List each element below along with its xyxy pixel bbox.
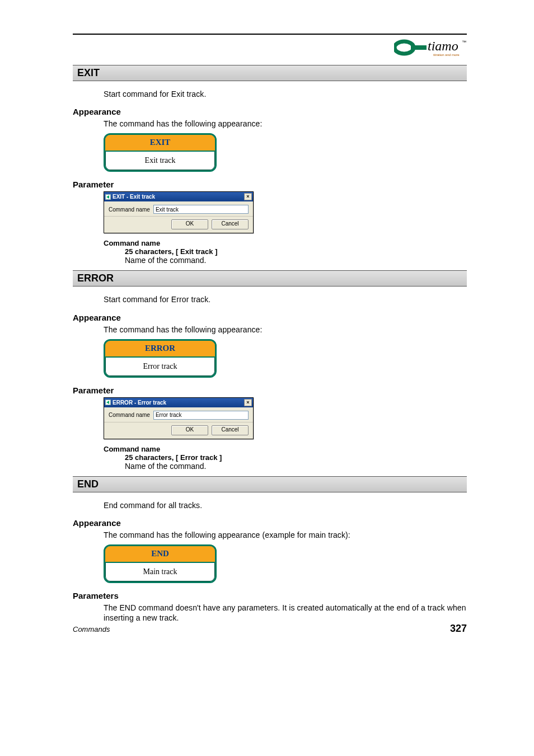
- error-widget-body: Error track: [105, 358, 215, 376]
- logo-brand-text: tiamo: [428, 39, 458, 53]
- exit-appearance-text: The command has the following appearance…: [104, 119, 467, 129]
- cancel-button[interactable]: Cancel: [212, 219, 249, 229]
- exit-param-name: Command name: [104, 239, 467, 247]
- svg-point-0: [395, 41, 414, 54]
- dialog-app-icon: [105, 400, 111, 405]
- exit-appearance-heading: Appearance: [73, 107, 467, 116]
- error-command-widget: ERROR Error track: [104, 339, 217, 378]
- error-appearance-text: The command has the following appearance…: [104, 325, 467, 335]
- exit-parameter-heading: Parameter: [73, 180, 467, 189]
- end-intro-text: End command for all tracks.: [104, 500, 467, 510]
- exit-widget-body: Exit track: [105, 152, 215, 170]
- close-icon[interactable]: ×: [244, 193, 252, 200]
- end-parameters-text: The END command doesn't have any paramet…: [104, 603, 467, 623]
- exit-param-block: Command name 25 characters, [ Exit track…: [104, 239, 467, 265]
- end-appearance-heading: Appearance: [73, 518, 467, 528]
- error-dialog-field-label: Command name: [109, 412, 150, 418]
- exit-dialog-field-label: Command name: [109, 206, 150, 213]
- exit-command-widget: EXIT Exit track: [104, 133, 217, 172]
- close-icon[interactable]: ×: [244, 399, 252, 406]
- exit-command-name-input[interactable]: [153, 205, 249, 214]
- svg-rect-1: [411, 45, 427, 50]
- error-dialog: ERROR - Error track × Command name OK Ca…: [104, 397, 254, 439]
- logo-tagline-text: titration and more: [433, 53, 460, 57]
- ok-button[interactable]: OK: [171, 425, 208, 435]
- error-dialog-title: ERROR - Error track: [113, 400, 166, 406]
- exit-param-desc: Name of the command.: [125, 256, 467, 265]
- exit-dialog-title: EXIT - Exit track: [113, 194, 155, 200]
- end-appearance-text: The command has the following appearance…: [104, 530, 467, 540]
- section-title-end: END: [73, 476, 467, 492]
- error-dialog-titlebar: ERROR - Error track ×: [104, 398, 253, 407]
- section-title-exit: EXIT: [73, 65, 467, 81]
- error-param-spec: 25 characters, [ Error track ]: [125, 453, 467, 462]
- logo-tm-text: ™: [462, 40, 466, 45]
- exit-param-spec: 25 characters, [ Exit track ]: [125, 247, 467, 256]
- ok-button[interactable]: OK: [171, 219, 208, 229]
- end-parameters-heading: Parameters: [73, 591, 467, 600]
- footer-left: Commands: [73, 625, 110, 633]
- exit-dialog: EXIT - Exit track × Command name OK Canc…: [104, 191, 254, 233]
- error-parameter-heading: Parameter: [73, 386, 467, 395]
- footer-page-number: 327: [450, 623, 467, 635]
- error-intro-text: Start command for Error track.: [104, 294, 467, 304]
- error-param-block: Command name 25 characters, [ Error trac…: [104, 445, 467, 471]
- end-widget-head: END: [105, 546, 215, 563]
- section-title-error: ERROR: [73, 270, 467, 287]
- error-param-name: Command name: [104, 445, 467, 453]
- error-appearance-heading: Appearance: [73, 313, 467, 322]
- dialog-app-icon: [105, 194, 111, 200]
- exit-intro-text: Start command for Exit track.: [104, 89, 467, 99]
- error-widget-head: ERROR: [105, 341, 215, 358]
- cancel-button[interactable]: Cancel: [212, 425, 249, 435]
- page-footer: Commands 327: [73, 623, 467, 635]
- end-command-widget: END Main track: [104, 544, 217, 583]
- exit-widget-head: EXIT: [105, 135, 215, 152]
- error-command-name-input[interactable]: [153, 411, 249, 420]
- tiamo-logo-icon: tiamo ™ titration and more: [394, 37, 467, 58]
- end-widget-body: Main track: [105, 563, 215, 581]
- logo-container: tiamo ™ titration and more: [73, 37, 467, 58]
- error-param-desc: Name of the command.: [125, 462, 467, 471]
- header-rule: [73, 34, 467, 35]
- exit-dialog-titlebar: EXIT - Exit track ×: [104, 192, 253, 201]
